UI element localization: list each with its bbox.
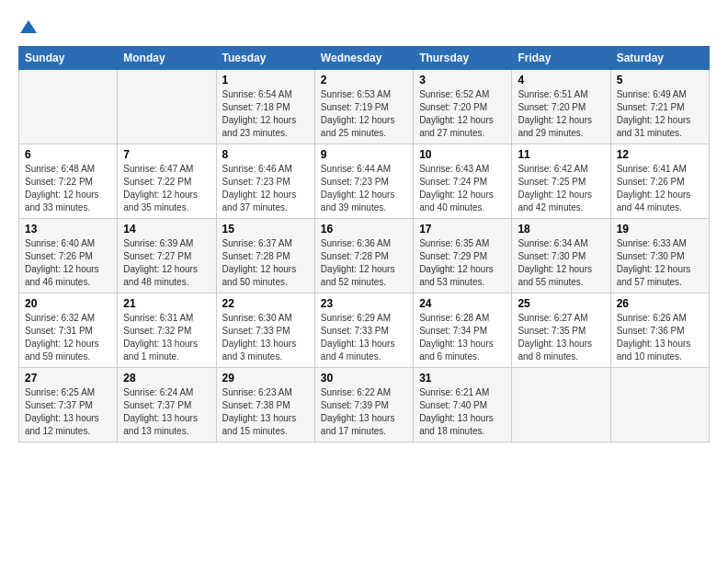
calendar-cell: 11Sunrise: 6:42 AM Sunset: 7:25 PM Dayli… <box>512 144 610 219</box>
calendar-cell: 1Sunrise: 6:54 AM Sunset: 7:18 PM Daylig… <box>216 70 314 144</box>
day-info: Sunrise: 6:49 AM Sunset: 7:21 PM Dayligh… <box>617 88 703 140</box>
day-number: 7 <box>123 148 210 161</box>
calendar-cell: 2Sunrise: 6:53 AM Sunset: 7:19 PM Daylig… <box>314 70 413 144</box>
day-info: Sunrise: 6:48 AM Sunset: 7:22 PM Dayligh… <box>25 163 111 214</box>
day-info: Sunrise: 6:25 AM Sunset: 7:37 PM Dayligh… <box>25 386 111 438</box>
calendar-week-row: 27Sunrise: 6:25 AM Sunset: 7:37 PM Dayli… <box>19 368 710 442</box>
calendar-cell: 20Sunrise: 6:32 AM Sunset: 7:31 PM Dayli… <box>19 293 118 368</box>
calendar-cell: 15Sunrise: 6:37 AM Sunset: 7:28 PM Dayli… <box>216 219 314 293</box>
day-number: 17 <box>419 223 506 236</box>
day-number: 6 <box>25 148 111 161</box>
calendar-cell <box>118 70 216 144</box>
calendar-cell: 28Sunrise: 6:24 AM Sunset: 7:37 PM Dayli… <box>118 368 216 442</box>
calendar-cell: 25Sunrise: 6:27 AM Sunset: 7:35 PM Dayli… <box>512 293 610 368</box>
day-info: Sunrise: 6:47 AM Sunset: 7:22 PM Dayligh… <box>123 163 210 214</box>
day-number: 12 <box>617 148 703 161</box>
calendar-week-row: 6Sunrise: 6:48 AM Sunset: 7:22 PM Daylig… <box>19 144 710 219</box>
calendar-cell: 6Sunrise: 6:48 AM Sunset: 7:22 PM Daylig… <box>19 144 118 219</box>
day-info: Sunrise: 6:43 AM Sunset: 7:24 PM Dayligh… <box>419 163 506 214</box>
calendar-cell: 30Sunrise: 6:22 AM Sunset: 7:39 PM Dayli… <box>314 368 413 442</box>
calendar-cell: 9Sunrise: 6:44 AM Sunset: 7:23 PM Daylig… <box>314 144 413 219</box>
day-number: 4 <box>518 74 604 86</box>
calendar-cell: 22Sunrise: 6:30 AM Sunset: 7:33 PM Dayli… <box>216 293 314 368</box>
day-info: Sunrise: 6:34 AM Sunset: 7:30 PM Dayligh… <box>518 237 604 289</box>
calendar-cell: 21Sunrise: 6:31 AM Sunset: 7:32 PM Dayli… <box>118 293 216 368</box>
day-info: Sunrise: 6:28 AM Sunset: 7:34 PM Dayligh… <box>419 312 506 363</box>
logo <box>18 18 37 31</box>
day-number: 28 <box>123 372 210 385</box>
calendar-cell: 13Sunrise: 6:40 AM Sunset: 7:26 PM Dayli… <box>19 219 118 293</box>
calendar-cell: 26Sunrise: 6:26 AM Sunset: 7:36 PM Dayli… <box>610 293 709 368</box>
day-number: 14 <box>123 223 210 236</box>
day-number: 29 <box>222 372 309 385</box>
calendar-header-row: SundayMondayTuesdayWednesdayThursdayFrid… <box>19 47 710 70</box>
calendar-cell: 27Sunrise: 6:25 AM Sunset: 7:37 PM Dayli… <box>19 368 118 442</box>
day-number: 16 <box>321 223 407 236</box>
day-info: Sunrise: 6:22 AM Sunset: 7:39 PM Dayligh… <box>321 386 407 438</box>
day-number: 1 <box>222 74 309 86</box>
day-number: 21 <box>123 297 210 310</box>
day-info: Sunrise: 6:33 AM Sunset: 7:30 PM Dayligh… <box>617 237 703 289</box>
column-header-saturday: Saturday <box>610 47 709 70</box>
day-number: 31 <box>419 372 506 385</box>
calendar-week-row: 13Sunrise: 6:40 AM Sunset: 7:26 PM Dayli… <box>19 219 710 293</box>
day-info: Sunrise: 6:42 AM Sunset: 7:25 PM Dayligh… <box>518 163 604 214</box>
day-info: Sunrise: 6:39 AM Sunset: 7:27 PM Dayligh… <box>123 237 210 289</box>
day-info: Sunrise: 6:36 AM Sunset: 7:28 PM Dayligh… <box>321 237 407 289</box>
calendar-cell: 3Sunrise: 6:52 AM Sunset: 7:20 PM Daylig… <box>414 70 512 144</box>
svg-marker-0 <box>20 20 37 33</box>
day-info: Sunrise: 6:54 AM Sunset: 7:18 PM Dayligh… <box>222 88 309 140</box>
day-number: 22 <box>222 297 309 310</box>
day-number: 10 <box>419 148 506 161</box>
day-info: Sunrise: 6:21 AM Sunset: 7:40 PM Dayligh… <box>419 386 506 438</box>
column-header-monday: Monday <box>118 47 216 70</box>
calendar-week-row: 20Sunrise: 6:32 AM Sunset: 7:31 PM Dayli… <box>19 293 710 368</box>
day-number: 20 <box>25 297 111 310</box>
day-number: 30 <box>321 372 407 385</box>
calendar-cell <box>512 368 610 442</box>
day-number: 15 <box>222 223 309 236</box>
logo-icon <box>20 18 37 35</box>
day-number: 9 <box>321 148 407 161</box>
calendar-cell: 29Sunrise: 6:23 AM Sunset: 7:38 PM Dayli… <box>216 368 314 442</box>
day-number: 18 <box>518 223 604 236</box>
day-number: 26 <box>617 297 703 310</box>
page-header <box>18 18 710 31</box>
day-info: Sunrise: 6:23 AM Sunset: 7:38 PM Dayligh… <box>222 386 309 438</box>
day-number: 11 <box>518 148 604 161</box>
day-info: Sunrise: 6:31 AM Sunset: 7:32 PM Dayligh… <box>123 312 210 363</box>
day-info: Sunrise: 6:26 AM Sunset: 7:36 PM Dayligh… <box>617 312 703 363</box>
calendar-table: SundayMondayTuesdayWednesdayThursdayFrid… <box>18 46 710 442</box>
calendar-cell: 23Sunrise: 6:29 AM Sunset: 7:33 PM Dayli… <box>314 293 413 368</box>
day-info: Sunrise: 6:44 AM Sunset: 7:23 PM Dayligh… <box>321 163 407 214</box>
day-info: Sunrise: 6:29 AM Sunset: 7:33 PM Dayligh… <box>321 312 407 363</box>
calendar-cell <box>19 70 118 144</box>
calendar-week-row: 1Sunrise: 6:54 AM Sunset: 7:18 PM Daylig… <box>19 70 710 144</box>
day-number: 8 <box>222 148 309 161</box>
calendar-cell: 18Sunrise: 6:34 AM Sunset: 7:30 PM Dayli… <box>512 219 610 293</box>
day-number: 25 <box>518 297 604 310</box>
day-number: 3 <box>419 74 506 86</box>
calendar-cell: 5Sunrise: 6:49 AM Sunset: 7:21 PM Daylig… <box>610 70 709 144</box>
column-header-friday: Friday <box>512 47 610 70</box>
day-info: Sunrise: 6:51 AM Sunset: 7:20 PM Dayligh… <box>518 88 604 140</box>
day-info: Sunrise: 6:53 AM Sunset: 7:19 PM Dayligh… <box>321 88 407 140</box>
day-info: Sunrise: 6:40 AM Sunset: 7:26 PM Dayligh… <box>25 237 111 289</box>
calendar-cell: 19Sunrise: 6:33 AM Sunset: 7:30 PM Dayli… <box>610 219 709 293</box>
calendar-cell: 31Sunrise: 6:21 AM Sunset: 7:40 PM Dayli… <box>414 368 512 442</box>
day-info: Sunrise: 6:37 AM Sunset: 7:28 PM Dayligh… <box>222 237 309 289</box>
calendar-cell: 16Sunrise: 6:36 AM Sunset: 7:28 PM Dayli… <box>314 219 413 293</box>
day-info: Sunrise: 6:30 AM Sunset: 7:33 PM Dayligh… <box>222 312 309 363</box>
calendar-cell: 17Sunrise: 6:35 AM Sunset: 7:29 PM Dayli… <box>414 219 512 293</box>
calendar-cell: 4Sunrise: 6:51 AM Sunset: 7:20 PM Daylig… <box>512 70 610 144</box>
day-info: Sunrise: 6:52 AM Sunset: 7:20 PM Dayligh… <box>419 88 506 140</box>
day-number: 5 <box>617 74 703 86</box>
calendar-cell: 12Sunrise: 6:41 AM Sunset: 7:26 PM Dayli… <box>610 144 709 219</box>
column-header-sunday: Sunday <box>19 47 118 70</box>
column-header-thursday: Thursday <box>414 47 512 70</box>
day-number: 13 <box>25 223 111 236</box>
calendar-cell: 24Sunrise: 6:28 AM Sunset: 7:34 PM Dayli… <box>414 293 512 368</box>
day-number: 19 <box>617 223 703 236</box>
day-number: 27 <box>25 372 111 385</box>
day-info: Sunrise: 6:41 AM Sunset: 7:26 PM Dayligh… <box>617 163 703 214</box>
